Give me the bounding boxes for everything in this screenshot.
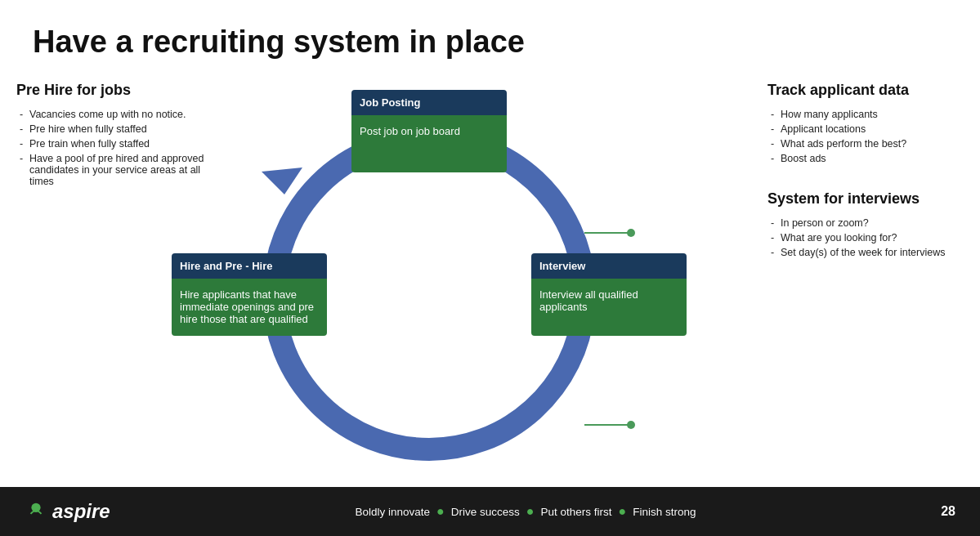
tagline-part-1: Boldly innovate	[355, 506, 430, 518]
list-item: Applicant locations	[767, 122, 955, 136]
interview-card: Interview Interview all qualified applic…	[531, 253, 687, 336]
diagram-area: Job Posting Post job on job board Hire a…	[163, 74, 695, 498]
page-title: Have a recruiting system in place	[33, 25, 947, 60]
list-item: In person or zoom?	[767, 216, 955, 230]
job-posting-header: Job Posting	[351, 90, 507, 115]
track-section: Track applicant data How many applicants…	[767, 82, 955, 166]
track-heading: Track applicant data	[767, 82, 955, 99]
job-posting-card: Job Posting Post job on job board	[351, 90, 507, 172]
footer-tagline: Boldly innovate ● Drive success ● Put ot…	[110, 504, 941, 519]
logo-area: aspire	[25, 500, 110, 523]
hire-body: Hire applicants that have immediate open…	[172, 279, 327, 336]
system-section: System for interviews In person or zoom?…	[767, 190, 955, 260]
tagline-part-4: Finish strong	[633, 506, 696, 518]
system-list: In person or zoom? What are you looking …	[767, 216, 955, 260]
right-section: Track applicant data How many applicants…	[767, 82, 955, 260]
slide: Have a recruiting system in place Pre Hi…	[0, 0, 980, 536]
svg-point-2	[627, 229, 635, 237]
hire-card: Hire and Pre - Hire Hire applicants that…	[172, 253, 327, 336]
list-item: What are you looking for?	[767, 230, 955, 245]
dot-2: ●	[526, 504, 535, 519]
interview-body: Interview all qualified applicants	[531, 279, 687, 336]
list-item: How many applicants	[767, 107, 955, 122]
system-heading: System for interviews	[767, 190, 955, 208]
main-content: Have a recruiting system in place Pre Hi…	[0, 0, 980, 487]
page-number: 28	[941, 504, 955, 519]
interview-header: Interview	[531, 253, 687, 279]
list-item: Boost ads	[767, 151, 955, 166]
list-item: What ads perform the best?	[767, 136, 955, 151]
hire-header: Hire and Pre - Hire	[172, 253, 327, 279]
dot-3: ●	[618, 504, 626, 519]
svg-point-4	[627, 421, 635, 429]
logo-text: aspire	[52, 500, 110, 523]
aspire-logo-icon	[25, 500, 47, 523]
tagline-part-2: Drive success	[451, 506, 520, 518]
job-posting-body: Post job on job board	[351, 115, 507, 172]
list-item: Set day(s) of the week for interviews	[767, 245, 955, 260]
tagline-part-3: Put others first	[540, 506, 611, 518]
dot-1: ●	[436, 504, 445, 519]
track-list: How many applicants Applicant locations …	[767, 107, 955, 166]
